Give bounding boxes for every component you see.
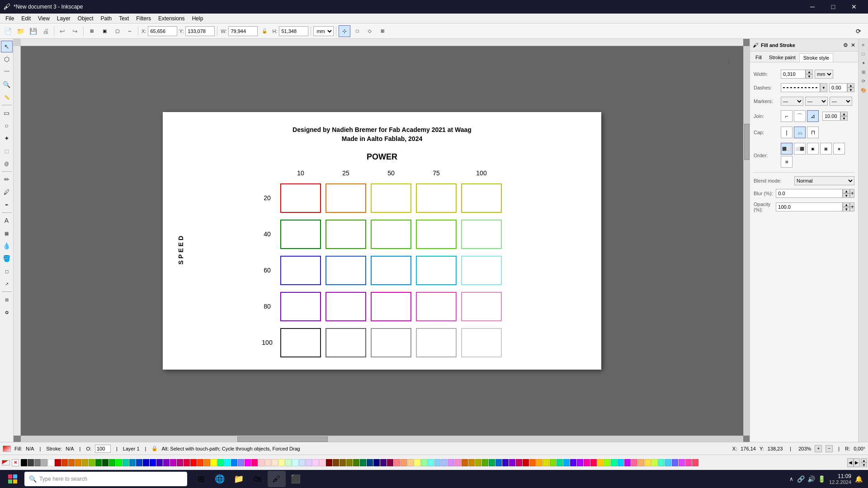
color-swatch-20[interactable] xyxy=(156,459,163,466)
color-swatch-2[interactable] xyxy=(34,459,41,466)
color-swatch-37[interactable] xyxy=(272,459,278,466)
color-swatch-19[interactable] xyxy=(150,459,156,466)
canvas-menu-button[interactable]: ⋮ xyxy=(726,57,732,65)
select-tool[interactable]: ↖ xyxy=(1,41,13,52)
color-swatch-69[interactable] xyxy=(489,459,495,466)
unit-select[interactable]: mm px pt xyxy=(313,26,334,36)
color-swatch-61[interactable] xyxy=(434,459,441,466)
h-scroll-thumb[interactable] xyxy=(237,436,328,442)
v-scroll-thumb[interactable] xyxy=(744,124,750,160)
miter-up-button[interactable]: ▲ xyxy=(840,112,848,116)
color-swatch-68[interactable] xyxy=(482,459,488,466)
cell-100-10[interactable] xyxy=(280,328,321,357)
color-swatch-58[interactable] xyxy=(414,459,420,466)
pencil-tool[interactable]: ✏ xyxy=(1,174,13,185)
sound-icon[interactable]: 🔊 xyxy=(807,475,815,483)
cap-butt-button[interactable]: | xyxy=(781,127,793,138)
rs-icon-2[interactable]: □ xyxy=(859,50,868,58)
taskbar-app-inkscape[interactable]: 🖋 xyxy=(268,471,286,487)
color-swatch-53[interactable] xyxy=(380,459,387,466)
color-swatch-66[interactable] xyxy=(468,459,475,466)
star-tool[interactable]: ✦ xyxy=(1,132,13,144)
color-swatch-36[interactable] xyxy=(265,459,271,466)
zoom-page-button[interactable]: ▢ xyxy=(111,25,123,37)
open-button[interactable]: 📁 xyxy=(14,25,26,37)
color-swatch-17[interactable] xyxy=(136,459,142,466)
color-swatch-93[interactable] xyxy=(651,459,658,466)
color-swatch-91[interactable] xyxy=(638,459,644,466)
color-swatch-94[interactable] xyxy=(658,459,665,466)
color-swatch-96[interactable] xyxy=(672,459,678,466)
x-input[interactable] xyxy=(148,26,177,36)
blur-up-button[interactable]: ▲ xyxy=(843,189,850,193)
color-swatch-7[interactable] xyxy=(68,459,75,466)
eraser-tool[interactable]: ◻ xyxy=(1,265,13,277)
color-swatch-79[interactable] xyxy=(557,459,563,466)
menu-layer[interactable]: Layer xyxy=(53,14,74,23)
color-swatch-62[interactable] xyxy=(441,459,448,466)
symbol-tool[interactable]: ✿ xyxy=(1,306,13,318)
color-swatch-35[interactable] xyxy=(258,459,264,466)
zoom-tool[interactable]: 🔍 xyxy=(1,79,13,90)
cell-60-100[interactable] xyxy=(461,256,502,285)
color-swatch-97[interactable] xyxy=(679,459,685,466)
dropper-tool[interactable]: 💧 xyxy=(1,240,13,252)
taskbar-app-terminal[interactable]: ⬛ xyxy=(287,471,305,487)
color-swatch-40[interactable] xyxy=(292,459,298,466)
color-swatch-33[interactable] xyxy=(245,459,251,466)
order-btn-1[interactable]: ⬛⬜ xyxy=(781,143,793,155)
color-swatch-39[interactable] xyxy=(285,459,292,466)
menu-file[interactable]: File xyxy=(2,14,18,23)
color-swatch-90[interactable] xyxy=(631,459,637,466)
node-tool[interactable]: ⬡ xyxy=(1,53,13,65)
color-swatch-6[interactable] xyxy=(61,459,68,466)
h-scrollbar[interactable] xyxy=(21,436,743,442)
color-swatch-77[interactable] xyxy=(543,459,549,466)
order-btn-6[interactable]: ⊞ xyxy=(781,156,793,168)
color-swatch-75[interactable] xyxy=(529,459,536,466)
rs-icon-5[interactable]: ⟳ xyxy=(859,77,868,85)
join-round-button[interactable]: ⌒ xyxy=(794,110,806,122)
zoom-width-button[interactable]: ↔ xyxy=(124,25,136,37)
cell-60-10[interactable] xyxy=(280,256,321,285)
taskbar-app-taskview[interactable]: ⊞ xyxy=(192,471,210,487)
color-swatch-12[interactable] xyxy=(102,459,108,466)
tweak-tool[interactable]: 〰 xyxy=(1,66,13,78)
rs-icon-6[interactable]: 🎨 xyxy=(859,86,868,94)
cell-20-75[interactable] xyxy=(416,183,457,213)
color-swatch-49[interactable] xyxy=(353,459,359,466)
color-swatch-28[interactable] xyxy=(211,459,217,466)
cap-round-button[interactable]: ⌓ xyxy=(794,127,806,138)
tab-fill[interactable]: Fill xyxy=(752,53,765,62)
snap-node-button[interactable]: ◇ xyxy=(364,25,376,37)
y-input[interactable] xyxy=(185,26,215,36)
menu-extensions[interactable]: Extensions xyxy=(155,14,189,23)
color-swatch-42[interactable] xyxy=(306,459,312,466)
color-swatch-24[interactable] xyxy=(184,459,190,466)
color-swatch-56[interactable] xyxy=(401,459,407,466)
menu-filters[interactable]: Filters xyxy=(132,14,155,23)
v-scrollbar[interactable] xyxy=(743,46,750,436)
color-swatch-31[interactable] xyxy=(231,459,237,466)
close-button[interactable]: ✕ xyxy=(844,0,864,14)
color-swatch-3[interactable] xyxy=(41,459,47,466)
rect-tool[interactable]: ▭ xyxy=(1,107,13,119)
width-unit-select[interactable]: mm px pt xyxy=(815,70,833,79)
taskbar-app-edge[interactable]: 🌐 xyxy=(211,471,229,487)
color-swatch-87[interactable] xyxy=(611,459,617,466)
blur-input[interactable] xyxy=(776,189,843,198)
color-swatch-72[interactable] xyxy=(509,459,515,466)
color-swatch-51[interactable] xyxy=(367,459,373,466)
print-button[interactable]: 🖨 xyxy=(40,25,52,37)
color-swatch-4[interactable] xyxy=(48,459,54,466)
color-swatch-82[interactable] xyxy=(577,459,583,466)
snap-align-button[interactable]: ⊞ xyxy=(377,25,388,37)
cell-80-100[interactable] xyxy=(461,292,502,321)
color-swatch-34[interactable] xyxy=(251,459,258,466)
color-swatch-85[interactable] xyxy=(597,459,604,466)
cell-20-10[interactable] xyxy=(280,183,321,213)
order-btn-5[interactable]: ◈ xyxy=(833,143,845,155)
panel-settings-icon[interactable]: ⚙ xyxy=(843,42,848,48)
color-swatch-27[interactable] xyxy=(204,459,210,466)
chevron-up-icon[interactable]: ∧ xyxy=(789,476,793,482)
